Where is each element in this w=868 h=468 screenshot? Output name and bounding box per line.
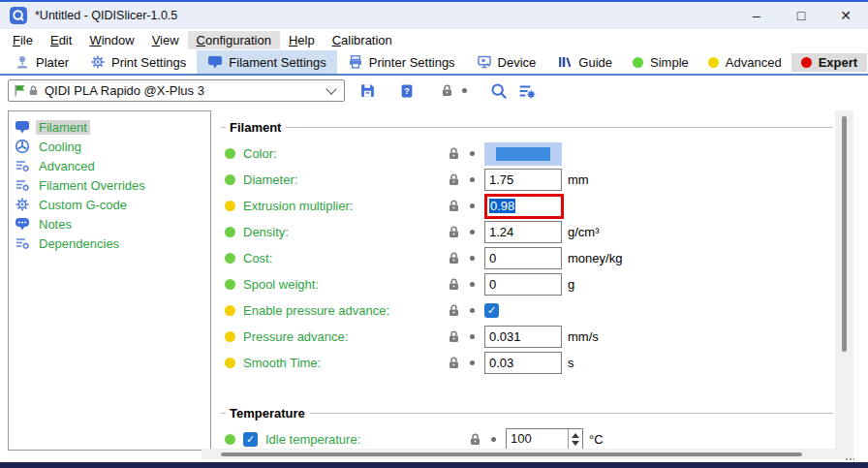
setting-row-pressure-advance: Pressure advance:mm/s [225,324,833,350]
sidebar-item-advanced[interactable]: Advanced [9,156,210,175]
revert-dot-icon[interactable] [470,256,475,261]
vertical-scrollbar[interactable] [835,110,853,451]
spin-down-icon[interactable] [572,441,579,446]
spinner-input[interactable]: 100 [506,428,583,451]
menu-item-file[interactable]: File [4,31,42,49]
lock-icon[interactable] [447,303,461,318]
revert-dot-icon[interactable] [491,437,496,442]
color-swatch[interactable] [484,142,562,166]
sidebar-item-label: Dependencies [36,236,122,251]
setting-unit: s [568,356,574,370]
lock-icon[interactable] [447,172,461,187]
lock-icon[interactable] [447,329,461,344]
menu-item-calibration[interactable]: Calibration [324,31,401,49]
tab-printer-settings[interactable]: Printer Settings [337,50,466,74]
horizontal-scrollbar[interactable] [202,449,853,459]
tab-label: Plater [36,55,69,70]
tab-print-settings[interactable]: Print Settings [79,50,197,74]
minimize-button[interactable]: – [734,2,779,29]
tab-bar: PlaterPrint SettingsFilament SettingsPri… [0,50,868,76]
modified-state-dot-icon [225,227,235,237]
lock-icon[interactable] [440,83,454,98]
lock-icon[interactable] [447,251,461,265]
lock-icon[interactable] [447,225,461,239]
menu-item-configuration[interactable]: Configuration [188,31,280,49]
spin-up-icon[interactable] [572,433,579,438]
help-button[interactable]: ? [399,83,415,99]
lock-icon[interactable] [447,146,461,161]
revert-dot-icon[interactable] [470,334,475,339]
section-header-line [310,413,833,414]
setting-label: Pressure advance: [243,329,348,344]
revert-dot-icon[interactable] [470,308,475,313]
tab-filament-settings[interactable]: Filament Settings [197,50,336,74]
menu-item-window[interactable]: Window [80,31,142,49]
text-input[interactable] [484,221,562,243]
sidebar-item-label: Notes [36,217,75,232]
revert-dot-icon[interactable] [470,230,475,234]
search-button[interactable] [490,82,508,100]
revert-dot-icon[interactable] [470,151,475,156]
menu-item-help[interactable]: Help [280,31,324,49]
preset-name: QIDI PLA Rapido @X-Plus 3 [45,83,327,98]
menu-item-view[interactable]: View [143,31,188,49]
compare-settings-button[interactable] [518,82,536,100]
setting-label-group: Idle temperature: [225,432,468,447]
sliders-icon [14,235,30,251]
lock-icon[interactable] [468,432,482,447]
text-input-highlighted[interactable]: 0.98 [484,194,564,219]
text-input[interactable] [484,273,562,296]
tab-guide[interactable]: Guide [546,50,623,74]
guide-icon [557,54,573,70]
spinner-arrows[interactable] [568,429,582,450]
mode-simple[interactable]: Simple [623,53,698,72]
revert-dot-icon[interactable] [470,177,475,182]
sidebar-item-custom-g-code[interactable]: Custom G-code [9,195,210,214]
revert-dot-icon[interactable] [470,282,475,287]
maximize-button[interactable]: □ [779,2,823,29]
lock-icon[interactable] [447,199,461,213]
text-input[interactable] [484,247,562,269]
revert-dot-icon[interactable] [462,88,467,93]
setting-label: Enable pressure advance: [243,303,389,318]
save-preset-button[interactable] [359,82,376,99]
setting-label: Cost: [243,251,272,265]
sidebar-item-notes[interactable]: Notes [9,214,210,234]
setting-row-enable-pressure-advance: Enable pressure advance: [225,297,833,324]
modified-state-dot-icon [225,305,235,316]
sidebar-item-label: Cooling [36,140,84,154]
revert-dot-icon[interactable] [470,360,475,365]
vertical-scrollbar-thumb[interactable] [842,116,847,352]
sidebar-item-dependencies[interactable]: Dependencies [9,234,210,253]
window-title: *Untitled - QIDISlicer-1.0.5 [35,9,177,22]
close-button[interactable]: ✕ [823,2,868,29]
setting-unit: mm [568,172,589,187]
horizontal-scrollbar-thumb[interactable] [221,452,802,456]
mode-advanced[interactable]: Advanced [698,53,791,72]
setting-label-group: Smooth Time: [225,356,447,370]
text-input[interactable] [484,352,562,374]
enable-checkbox[interactable] [243,432,258,447]
preset-combobox[interactable]: QIDI PLA Rapido @X-Plus 3 [8,79,345,102]
setting-label: Diameter: [243,172,297,187]
text-input[interactable] [484,169,562,191]
tab-device[interactable]: Device [466,50,547,74]
lock-icon[interactable] [447,277,461,292]
preset-lock-icon [27,84,40,97]
text-input[interactable] [484,326,562,348]
plater-icon [15,54,30,70]
menu-bar: FileEditWindowViewConfigurationHelpCalib… [0,29,868,50]
menu-item-edit[interactable]: Edit [42,31,80,49]
sidebar-item-filament[interactable]: Filament [9,117,210,137]
modified-state-dot-icon [225,174,235,185]
setting-row-density: Density:g/cm³ [225,219,833,245]
sidebar-item-cooling[interactable]: Cooling [9,137,210,156]
modified-state-dot-icon [225,253,235,264]
setting-checkbox[interactable] [484,303,499,318]
tab-plater[interactable]: Plater [4,50,79,74]
revert-dot-icon[interactable] [470,203,475,208]
mode-expert[interactable]: Expert [791,53,867,72]
lock-icon[interactable] [447,356,461,370]
tab-label: Filament Settings [229,55,326,70]
sidebar-item-filament-overrides[interactable]: Filament Overrides [9,175,210,195]
